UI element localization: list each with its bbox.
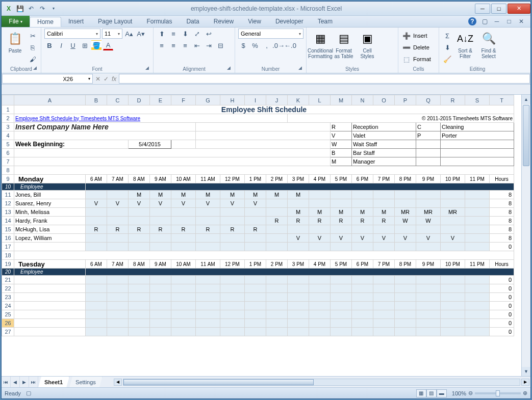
- cell[interactable]: [150, 310, 171, 319]
- row-header[interactable]: 4: [2, 131, 14, 140]
- cell[interactable]: [416, 225, 441, 234]
- zoom-slider[interactable]: [475, 392, 521, 394]
- conditional-formatting-button[interactable]: ▦Conditional Formatting: [310, 29, 331, 59]
- tab-first-icon[interactable]: ⏮: [2, 377, 11, 387]
- cell[interactable]: [373, 328, 395, 336]
- cell[interactable]: [245, 319, 266, 328]
- cell[interactable]: 7 AM: [107, 175, 129, 183]
- zoom-out-icon[interactable]: ⊖: [468, 390, 473, 396]
- cell[interactable]: [395, 225, 416, 234]
- cell[interactable]: [416, 276, 441, 284]
- cell[interactable]: M: [129, 191, 150, 199]
- scroll-thumb[interactable]: [523, 105, 529, 166]
- cell[interactable]: [331, 302, 352, 310]
- cell[interactable]: [107, 293, 129, 302]
- cell[interactable]: [220, 310, 245, 319]
- cell[interactable]: [14, 131, 196, 140]
- cell[interactable]: [220, 208, 245, 217]
- cell[interactable]: Jones, Bill: [14, 191, 86, 199]
- cell[interactable]: Hours: [490, 175, 514, 183]
- cell[interactable]: R: [352, 217, 373, 225]
- cell[interactable]: [465, 199, 490, 208]
- number-format-combo[interactable]: General▾: [238, 29, 303, 39]
- cell[interactable]: [14, 243, 86, 251]
- cell[interactable]: [245, 302, 266, 310]
- cell[interactable]: [288, 276, 309, 284]
- cell[interactable]: M: [288, 191, 309, 199]
- tab-developer[interactable]: Developer: [268, 16, 311, 27]
- cell[interactable]: [107, 302, 129, 310]
- wrap-text-icon[interactable]: ↩: [204, 29, 214, 39]
- row-header[interactable]: 13: [2, 208, 14, 217]
- cell[interactable]: 8: [490, 234, 514, 243]
- cell[interactable]: M: [171, 191, 196, 199]
- cell[interactable]: [416, 284, 441, 293]
- cell[interactable]: M: [331, 157, 352, 166]
- sort-filter-button[interactable]: A↓ZSort & Filter: [454, 29, 476, 59]
- cell[interactable]: V: [107, 199, 129, 208]
- cell[interactable]: [196, 284, 220, 293]
- row-header[interactable]: 5: [2, 140, 14, 149]
- cell[interactable]: 1 PM: [245, 175, 266, 183]
- cell[interactable]: Tuesday: [14, 260, 86, 269]
- cell[interactable]: [171, 293, 196, 302]
- cell[interactable]: [352, 225, 373, 234]
- align-left-icon[interactable]: ≡: [157, 40, 167, 50]
- cell[interactable]: [196, 208, 220, 217]
- cell[interactable]: R: [86, 225, 107, 234]
- col-header[interactable]: O: [373, 95, 395, 105]
- cell[interactable]: [150, 234, 171, 243]
- cell[interactable]: V: [86, 199, 107, 208]
- cell[interactable]: [86, 319, 107, 328]
- cell[interactable]: [196, 234, 220, 243]
- cell[interactable]: [309, 243, 331, 251]
- cell[interactable]: R: [171, 225, 196, 234]
- cell[interactable]: [465, 284, 490, 293]
- cell[interactable]: [352, 293, 373, 302]
- cell[interactable]: 7 PM: [373, 260, 395, 269]
- italic-button[interactable]: I: [56, 40, 66, 50]
- cell[interactable]: M: [352, 208, 373, 217]
- cell[interactable]: [220, 234, 245, 243]
- cell[interactable]: V: [245, 199, 266, 208]
- cell[interactable]: 9 AM: [150, 260, 171, 269]
- percent-icon[interactable]: %: [250, 40, 260, 50]
- tab-home[interactable]: Home: [30, 17, 61, 27]
- tab-insert[interactable]: Insert: [61, 16, 91, 27]
- cell[interactable]: 9 PM: [416, 175, 441, 183]
- cell[interactable]: R: [220, 225, 245, 234]
- cell[interactable]: [171, 310, 196, 319]
- orientation-icon[interactable]: ⤢: [192, 29, 202, 39]
- cell[interactable]: [150, 217, 171, 225]
- cell[interactable]: [352, 319, 373, 328]
- cell[interactable]: 0: [490, 276, 514, 284]
- cell[interactable]: [331, 199, 352, 208]
- col-header[interactable]: L: [309, 95, 331, 105]
- cell[interactable]: [395, 328, 416, 336]
- cell[interactable]: [107, 284, 129, 293]
- cell[interactable]: [150, 319, 171, 328]
- cell[interactable]: V: [352, 234, 373, 243]
- cell[interactable]: [266, 199, 288, 208]
- cell[interactable]: [107, 191, 129, 199]
- cell[interactable]: R: [309, 217, 331, 225]
- cell[interactable]: W: [331, 140, 352, 149]
- cell[interactable]: [395, 310, 416, 319]
- undo-icon[interactable]: ↶: [26, 4, 36, 14]
- cell[interactable]: [266, 310, 288, 319]
- cell[interactable]: [309, 199, 331, 208]
- cell[interactable]: 0: [490, 302, 514, 310]
- cell[interactable]: [220, 217, 245, 225]
- cell[interactable]: [395, 302, 416, 310]
- cell[interactable]: [107, 328, 129, 336]
- col-header[interactable]: G: [196, 95, 220, 105]
- paste-button[interactable]: 📋 Paste: [5, 29, 26, 54]
- col-header[interactable]: E: [150, 95, 171, 105]
- cell[interactable]: [220, 293, 245, 302]
- cell[interactable]: [395, 191, 416, 199]
- cell[interactable]: [331, 310, 352, 319]
- row-header[interactable]: 9: [2, 175, 14, 183]
- cell[interactable]: [309, 276, 331, 284]
- cell[interactable]: M: [309, 208, 331, 217]
- cell[interactable]: [465, 208, 490, 217]
